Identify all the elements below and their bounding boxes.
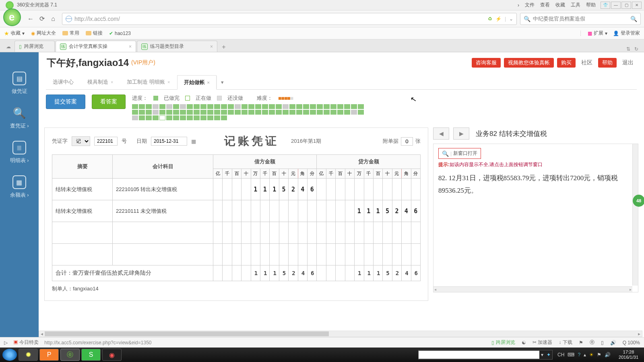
- ie-icon[interactable]: ⓔ: [590, 339, 594, 346]
- digit-cell[interactable]: [289, 222, 298, 244]
- digit-cell[interactable]: [232, 200, 241, 222]
- close-icon[interactable]: ×: [129, 44, 132, 49]
- progress-cell[interactable]: [276, 104, 282, 109]
- zoom-label[interactable]: Q 100%: [623, 340, 640, 346]
- tab-exercise-list[interactable]: 练 练习题类型目录 ×: [137, 41, 217, 52]
- digit-cell[interactable]: [392, 222, 401, 244]
- progress-cell[interactable]: [289, 110, 295, 115]
- buy-button[interactable]: 购买: [557, 58, 576, 68]
- progress-cell[interactable]: [221, 115, 227, 120]
- cell-subject[interactable]: 22210111 未交增值税: [113, 200, 213, 222]
- task-hscroll[interactable]: ◂▸: [433, 286, 632, 292]
- progress-cell[interactable]: [166, 115, 172, 120]
- digit-cell[interactable]: 5: [383, 265, 392, 281]
- progress-cell[interactable]: [139, 110, 145, 115]
- task-next-button[interactable]: ▶: [453, 128, 469, 140]
- progress-cell[interactable]: [337, 110, 343, 115]
- tab-accounting-active[interactable]: 练 会计学堂真帐实操 ×: [56, 41, 136, 52]
- digit-cell[interactable]: [298, 222, 307, 244]
- progress-cell[interactable]: [159, 104, 165, 109]
- digit-cell[interactable]: 1: [270, 179, 279, 200]
- digit-cell[interactable]: [336, 200, 345, 222]
- flash-icon[interactable]: ⚡: [495, 16, 502, 22]
- digit-cell[interactable]: [317, 244, 326, 265]
- progress-cell[interactable]: [146, 115, 152, 120]
- reload-icon[interactable]: ⟳: [36, 13, 47, 25]
- digit-cell[interactable]: [289, 200, 298, 222]
- digit-cell[interactable]: 4: [298, 265, 307, 281]
- digit-cell[interactable]: [251, 200, 260, 222]
- menu-view[interactable]: 查看: [540, 2, 550, 8]
- cell-summary[interactable]: [52, 244, 113, 265]
- menu-help[interactable]: 帮助: [586, 2, 596, 8]
- progress-cell[interactable]: [214, 115, 220, 120]
- close-icon[interactable]: ×: [111, 80, 113, 84]
- digit-cell[interactable]: [223, 179, 232, 200]
- cell-subject[interactable]: [113, 244, 213, 265]
- win-min-icon[interactable]: —: [611, 2, 621, 9]
- progress-cell[interactable]: [180, 115, 186, 120]
- progress-cell[interactable]: [139, 104, 145, 109]
- eco-icon[interactable]: ☯: [522, 340, 526, 346]
- progress-cell[interactable]: [330, 110, 336, 115]
- digit-cell[interactable]: [373, 179, 382, 200]
- task-prev-button[interactable]: ◀: [433, 128, 449, 140]
- digit-cell[interactable]: [223, 265, 232, 281]
- digit-cell[interactable]: 1: [251, 265, 260, 281]
- digit-cell[interactable]: [411, 244, 420, 265]
- digit-cell[interactable]: 4: [402, 265, 411, 281]
- win-max-icon[interactable]: ▢: [621, 2, 631, 9]
- progress-cell[interactable]: [146, 110, 152, 115]
- digit-cell[interactable]: [298, 244, 307, 265]
- digit-cell[interactable]: [289, 244, 298, 265]
- digit-cell[interactable]: 5: [383, 200, 392, 222]
- win-close-icon[interactable]: ✕: [632, 2, 642, 9]
- tray-flag-icon[interactable]: ⚑: [597, 352, 601, 358]
- back-icon[interactable]: ←: [25, 13, 36, 25]
- digit-cell[interactable]: [364, 179, 373, 200]
- home-icon[interactable]: ⌂: [47, 13, 59, 25]
- menu-chevron-icon[interactable]: ›: [518, 2, 519, 8]
- progress-cell[interactable]: [200, 110, 206, 115]
- digit-cell[interactable]: [260, 222, 270, 244]
- progress-cell[interactable]: [180, 104, 186, 109]
- tray-kb-icon[interactable]: ⌨: [568, 352, 574, 358]
- digit-cell[interactable]: 6: [308, 179, 317, 200]
- digit-cell[interactable]: [345, 179, 354, 200]
- view-answer-button[interactable]: 看答案: [92, 95, 126, 109]
- tab-crossscreen[interactable]: ▯ 跨屏浏览: [14, 41, 55, 52]
- split-icon[interactable]: ▯: [601, 340, 604, 346]
- progress-cell[interactable]: [235, 104, 241, 109]
- digit-cell[interactable]: [345, 222, 354, 244]
- start-button[interactable]: [2, 349, 17, 361]
- subtab-start-active[interactable]: 开始做帐×: [177, 75, 217, 90]
- digit-cell[interactable]: [242, 244, 251, 265]
- help-button[interactable]: 帮助: [598, 58, 617, 68]
- sidebar-make-voucher[interactable]: ▤ 做凭证: [12, 72, 27, 95]
- digit-cell[interactable]: [242, 222, 251, 244]
- progress-cell[interactable]: [330, 104, 336, 109]
- float-badge[interactable]: 48: [633, 195, 644, 207]
- digit-cell[interactable]: 2: [289, 265, 298, 281]
- digit-cell[interactable]: [336, 244, 345, 265]
- sidebar-search-voucher[interactable]: 🔍 查凭证 ›: [10, 106, 29, 130]
- bookmark-common[interactable]: 常用: [62, 30, 79, 37]
- digit-cell[interactable]: [270, 200, 279, 222]
- digit-cell[interactable]: 1: [260, 179, 270, 200]
- new-window-button[interactable]: 🔍 | 新窗口打开: [438, 148, 481, 159]
- play-icon[interactable]: ▷: [4, 340, 8, 346]
- progress-cell[interactable]: [303, 104, 309, 109]
- digit-cell[interactable]: [345, 265, 354, 281]
- progress-cell[interactable]: [207, 115, 213, 120]
- digit-cell[interactable]: [213, 200, 223, 222]
- digit-cell[interactable]: [223, 244, 232, 265]
- digit-cell[interactable]: [251, 222, 260, 244]
- progress-cell[interactable]: [303, 110, 309, 115]
- tray-up-icon[interactable]: ▴: [584, 352, 586, 358]
- calendar-icon[interactable]: ▦: [191, 138, 196, 144]
- search-go-icon[interactable]: 🔍: [630, 16, 637, 22]
- digit-cell[interactable]: [251, 244, 260, 265]
- cell-subject[interactable]: [113, 222, 213, 244]
- progress-cell[interactable]: [200, 104, 206, 109]
- progress-cell[interactable]: [269, 104, 275, 109]
